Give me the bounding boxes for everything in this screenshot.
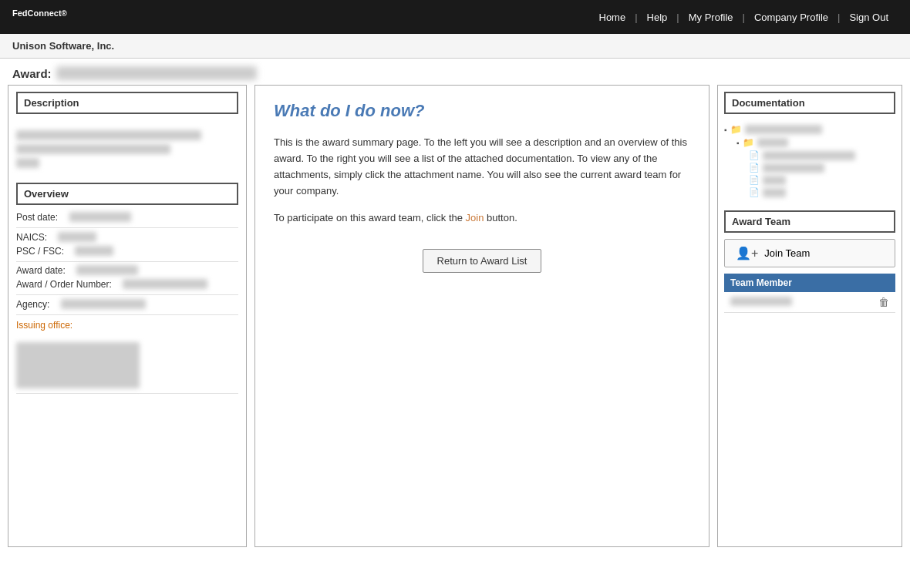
order-number-value — [123, 279, 207, 289]
logo: FedConnect® — [12, 7, 590, 27]
team-member-col-header: Team Member — [724, 274, 872, 292]
home-link[interactable]: Home — [590, 12, 635, 23]
main-content: Description Overview Post date: NAICS: — [0, 85, 910, 555]
doc-4-label — [763, 188, 786, 197]
team-action-col-header — [872, 274, 895, 292]
team-member-name-cell — [724, 292, 872, 313]
documentation-section: Documentation ▪ 📁 ▪ 📁 📄 — [718, 92, 902, 203]
issuing-office-row: Issuing office: — [16, 320, 238, 394]
doc-icon-4: 📄 — [749, 187, 760, 197]
company-name: Unison Software, Inc. — [12, 40, 114, 52]
agency-label: Agency: — [16, 299, 49, 310]
overview-section: Overview Post date: NAICS: PSC / FSC: Aw… — [16, 183, 238, 394]
desc-line-2 — [16, 144, 170, 154]
doc-1-label — [763, 151, 855, 160]
order-number-row: Award / Order Number: — [16, 278, 238, 295]
team-member-row: 🗑 — [724, 292, 895, 313]
description-para-1: This is the award summary page. To the l… — [274, 135, 690, 199]
tree-doc-1[interactable]: 📄 — [749, 150, 895, 160]
para2-part1: To participate on this award team, click… — [274, 212, 466, 223]
company-profile-link[interactable]: Company Profile — [745, 12, 838, 23]
psc-value — [75, 246, 113, 256]
psc-label: PSC / FSC: — [16, 246, 64, 257]
tree-folder-1[interactable]: ▪ 📁 — [724, 124, 895, 135]
order-number-label: Award / Order Number: — [16, 279, 112, 290]
middle-column: What do I do now? This is the award summ… — [254, 85, 709, 547]
award-date-value — [76, 265, 138, 275]
doc-icon-2: 📄 — [749, 163, 760, 173]
expand-icon-1[interactable]: ▪ — [724, 126, 727, 134]
psc-row: PSC / FSC: — [16, 245, 238, 262]
naics-label: NAICS: — [16, 232, 47, 243]
agency-value — [61, 299, 146, 309]
return-btn-wrap: Return to Award List — [274, 249, 690, 273]
documentation-header: Documentation — [724, 92, 895, 114]
what-to-do-title: What do I do now? — [274, 101, 690, 121]
doc-icon-1: 📄 — [749, 150, 760, 160]
sign-out-link[interactable]: Sign Out — [840, 12, 898, 23]
nav: Home | Help | My Profile | Company Profi… — [590, 12, 898, 23]
page-title-bar: Award: — [0, 59, 910, 85]
desc-line-3 — [16, 158, 39, 168]
doc-icon-3: 📄 — [749, 175, 760, 185]
description-content — [16, 122, 238, 176]
header: FedConnect® Home | Help | My Profile | C… — [0, 0, 910, 34]
folder-icon-2: 📁 — [743, 137, 754, 148]
award-team-section: Award Team 👤+ Join Team Team Member — [718, 210, 902, 313]
join-link-text: Join — [466, 212, 484, 223]
logo-reg: ® — [62, 9, 67, 18]
folder-icon-1: 📁 — [730, 124, 742, 135]
award-date-row: Award date: — [16, 264, 238, 276]
description-para-2: To participate on this award team, click… — [274, 210, 690, 227]
tree-folder-2[interactable]: ▪ 📁 — [736, 137, 895, 148]
award-label: Award: — [12, 67, 52, 80]
award-team-header: Award Team — [724, 210, 895, 233]
award-date-label: Award date: — [16, 265, 66, 276]
naics-row: NAICS: — [16, 231, 238, 243]
doc-3-label — [763, 176, 786, 185]
join-team-label: Join Team — [764, 247, 810, 259]
tree-doc-4[interactable]: 📄 — [749, 187, 895, 197]
post-date-row: Post date: — [16, 211, 238, 228]
para2-part2: button. — [484, 212, 517, 223]
agency-row: Agency: — [16, 298, 238, 315]
subheader: Unison Software, Inc. — [0, 34, 910, 59]
my-profile-link[interactable]: My Profile — [679, 12, 743, 23]
team-member-table: Team Member 🗑 — [724, 274, 895, 313]
post-date-label: Post date: — [16, 212, 58, 223]
folder-2-label — [757, 138, 788, 147]
join-team-button[interactable]: 👤+ Join Team — [724, 239, 895, 267]
return-to-award-list-button[interactable]: Return to Award List — [423, 249, 542, 273]
post-date-value — [69, 212, 131, 222]
logo-text: FedConnect — [12, 8, 62, 18]
team-member-name — [730, 297, 792, 306]
tree-doc-2[interactable]: 📄 — [749, 163, 895, 173]
issuing-office-value — [16, 342, 140, 388]
award-name-blurred — [56, 66, 257, 80]
right-column: Documentation ▪ 📁 ▪ 📁 📄 — [717, 85, 902, 547]
naics-value — [58, 232, 96, 242]
delete-team-member-icon[interactable]: 🗑 — [878, 296, 889, 308]
issuing-office-label: Issuing office: — [16, 320, 238, 331]
join-team-icon: 👤+ — [736, 246, 758, 260]
doc-tree: ▪ 📁 ▪ 📁 📄 📄 — [718, 119, 902, 203]
left-column: Description Overview Post date: NAICS: — [8, 85, 247, 547]
team-member-delete-cell: 🗑 — [872, 292, 895, 313]
doc-2-label — [763, 163, 824, 173]
tree-doc-3[interactable]: 📄 — [749, 175, 895, 185]
description-section: Description — [16, 92, 238, 176]
folder-1-label — [745, 125, 822, 134]
help-link[interactable]: Help — [638, 12, 677, 23]
overview-header: Overview — [16, 183, 238, 205]
desc-line-1 — [16, 130, 201, 140]
expand-icon-2[interactable]: ▪ — [736, 139, 740, 147]
description-header: Description — [16, 92, 238, 114]
